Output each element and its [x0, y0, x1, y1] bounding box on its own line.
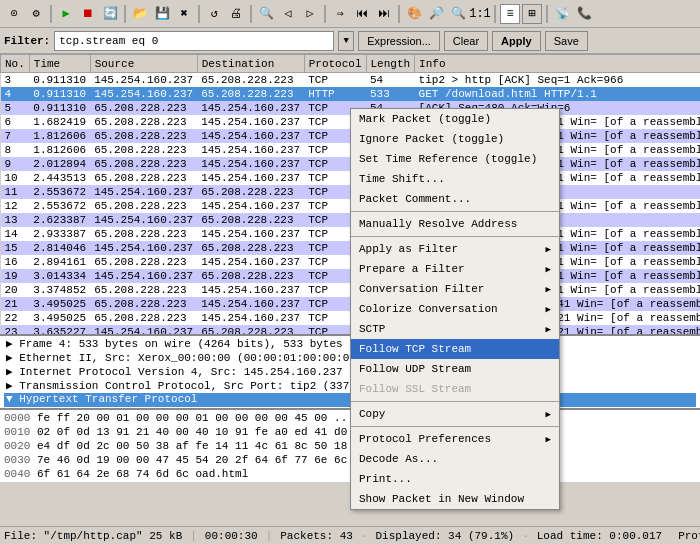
status-load-time: Load time: 0:00.017 — [537, 530, 662, 542]
menu-item-label: Print... — [359, 473, 412, 485]
menu-item-follow-udp-stream[interactable]: Follow UDP Stream — [351, 359, 559, 379]
icon-save[interactable]: 💾 — [152, 4, 172, 24]
menu-item-label: Time Shift... — [359, 173, 445, 185]
icon-back[interactable]: ◁ — [278, 4, 298, 24]
menu-item-label: Set Time Reference (toggle) — [359, 153, 537, 165]
status-time: 00:00:30 — [205, 530, 258, 542]
toolbar-separator-3 — [198, 5, 200, 23]
menu-item-apply-as-filter[interactable]: Apply as Filter▶ — [351, 239, 559, 259]
col-no[interactable]: No. — [1, 55, 30, 73]
table-row[interactable]: 40.911310145.254.160.23765.208.228.223HT… — [1, 87, 701, 101]
icon-forward[interactable]: ▷ — [300, 4, 320, 24]
menu-item-label: Mark Packet (toggle) — [359, 113, 491, 125]
icon-reload[interactable]: ↺ — [204, 4, 224, 24]
status-file: File: "/tmp/http.cap" 25 kB — [4, 530, 182, 542]
icon-capture-stop[interactable]: ⏹ — [78, 4, 98, 24]
menu-item-manually-resolve-address[interactable]: Manually Resolve Address — [351, 214, 559, 234]
menu-item-set-time-reference-toggle[interactable]: Set Time Reference (toggle) — [351, 149, 559, 169]
menu-item-show-packet-in-new-window[interactable]: Show Packet in New Window — [351, 489, 559, 509]
menu-item-follow-ssl-stream: Follow SSL Stream — [351, 379, 559, 399]
submenu-arrow-icon: ▶ — [546, 324, 551, 335]
menu-item-follow-tcp-stream[interactable]: Follow TCP Stream — [351, 339, 559, 359]
menu-item-label: Show Packet in New Window — [359, 493, 524, 505]
clear-button[interactable]: Clear — [444, 31, 488, 51]
col-time[interactable]: Time — [29, 55, 90, 73]
menu-item-time-shift[interactable]: Time Shift... — [351, 169, 559, 189]
menu-item-label: SCTP — [359, 323, 385, 335]
menu-item-protocol-preferences[interactable]: Protocol Preferences▶ — [351, 429, 559, 449]
icon-go-to-packet[interactable]: ⇒ — [330, 4, 350, 24]
menu-item-label: Ignore Packet (toggle) — [359, 133, 504, 145]
submenu-arrow-icon: ▶ — [546, 244, 551, 255]
icon-zoom-normal[interactable]: 1:1 — [470, 4, 490, 24]
menu-item-label: Follow TCP Stream — [359, 343, 471, 355]
icon-print[interactable]: 🖨 — [226, 4, 246, 24]
toolbar-separator-4 — [250, 5, 252, 23]
col-destination[interactable]: Destination — [197, 55, 304, 73]
menu-item-label: Protocol Preferences — [359, 433, 491, 445]
icon-zoom-in[interactable]: 🔎 — [426, 4, 446, 24]
status-profile: Profile: Default — [678, 530, 700, 542]
menu-item-packet-comment[interactable]: Packet Comment... — [351, 189, 559, 209]
toolbar-separator-2 — [124, 5, 126, 23]
menu-item-print[interactable]: Print... — [351, 469, 559, 489]
icon-wireless[interactable]: 📡 — [552, 4, 572, 24]
menu-item-label: Prepare a Filter — [359, 263, 465, 275]
icon-last-packet[interactable]: ⏭ — [374, 4, 394, 24]
col-info[interactable]: Info — [415, 55, 700, 73]
save-filter-button[interactable]: Save — [545, 31, 588, 51]
icon-expand[interactable]: ⊞ — [522, 4, 542, 24]
col-source[interactable]: Source — [90, 55, 197, 73]
table-row[interactable]: 30.911310145.254.160.23765.208.228.223TC… — [1, 73, 701, 87]
menu-separator — [351, 401, 559, 402]
col-protocol[interactable]: Protocol — [304, 55, 366, 73]
column-headers: No. Time Source Destination Protocol Len… — [1, 55, 701, 73]
menu-item-label: Colorize Conversation — [359, 303, 498, 315]
menu-item-decode-as[interactable]: Decode As... — [351, 449, 559, 469]
submenu-arrow-icon: ▶ — [546, 304, 551, 315]
status-displayed: Displayed: 34 (79.1%) — [376, 530, 515, 542]
menu-separator — [351, 211, 559, 212]
menu-item-label: Copy — [359, 408, 385, 420]
menu-item-conversation-filter[interactable]: Conversation Filter▶ — [351, 279, 559, 299]
icon-first-packet[interactable]: ⏮ — [352, 4, 372, 24]
main-toolbar: ⊙ ⚙ ▶ ⏹ 🔄 📂 💾 ✖ ↺ 🖨 🔍 ◁ ▷ ⇒ ⏮ ⏭ 🎨 🔎 🔍 1:… — [0, 0, 700, 28]
icon-open-file[interactable]: 📂 — [130, 4, 150, 24]
apply-filter-button[interactable]: Apply — [492, 31, 541, 51]
menu-item-label: Decode As... — [359, 453, 438, 465]
icon-open[interactable]: ⊙ — [4, 4, 24, 24]
icon-close[interactable]: ✖ — [174, 4, 194, 24]
status-bar: File: "/tmp/http.cap" 25 kB | 00:00:30 |… — [0, 526, 700, 544]
menu-item-ignore-packet-toggle[interactable]: Ignore Packet (toggle) — [351, 129, 559, 149]
filter-bar: Filter: ▼ Expression... Clear Apply Save — [0, 28, 700, 54]
menu-separator — [351, 236, 559, 237]
submenu-arrow-icon: ▶ — [546, 264, 551, 275]
menu-item-sctp[interactable]: SCTP▶ — [351, 319, 559, 339]
menu-separator — [351, 426, 559, 427]
filter-dropdown-button[interactable]: ▼ — [338, 31, 354, 51]
menu-item-label: Packet Comment... — [359, 193, 471, 205]
icon-capture-start[interactable]: ▶ — [56, 4, 76, 24]
icon-voip[interactable]: 📞 — [574, 4, 594, 24]
menu-item-copy[interactable]: Copy▶ — [351, 404, 559, 424]
toolbar-separator-6 — [398, 5, 400, 23]
col-length[interactable]: Length — [366, 55, 415, 73]
icon-find[interactable]: 🔍 — [256, 4, 276, 24]
toolbar-separator-8 — [546, 5, 548, 23]
icon-zoom-out[interactable]: 🔍 — [448, 4, 468, 24]
icon-resize-columns[interactable]: ≡ — [500, 4, 520, 24]
icon-capture-restart[interactable]: 🔄 — [100, 4, 120, 24]
expression-button[interactable]: Expression... — [358, 31, 440, 51]
menu-item-label: Follow SSL Stream — [359, 383, 471, 395]
menu-item-label: Manually Resolve Address — [359, 218, 517, 230]
toolbar-separator-1 — [50, 5, 52, 23]
menu-item-colorize-conversation[interactable]: Colorize Conversation▶ — [351, 299, 559, 319]
menu-item-label: Conversation Filter — [359, 283, 484, 295]
icon-settings[interactable]: ⚙ — [26, 4, 46, 24]
filter-input[interactable] — [54, 31, 334, 51]
submenu-arrow-icon: ▶ — [546, 409, 551, 420]
menu-item-mark-packet-toggle[interactable]: Mark Packet (toggle) — [351, 109, 559, 129]
icon-colorize[interactable]: 🎨 — [404, 4, 424, 24]
menu-item-prepare-a-filter[interactable]: Prepare a Filter▶ — [351, 259, 559, 279]
submenu-arrow-icon: ▶ — [546, 284, 551, 295]
